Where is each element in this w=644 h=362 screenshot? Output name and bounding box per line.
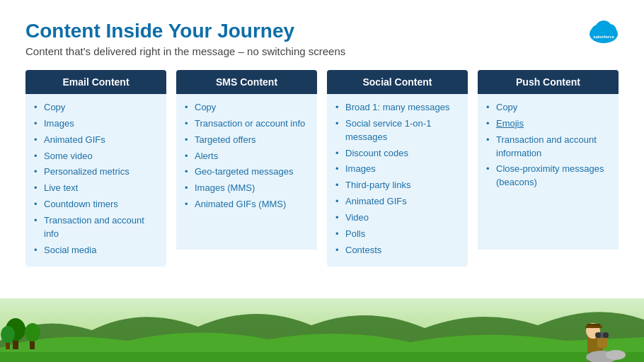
social-body: Broad 1: many messages Social service 1-… bbox=[327, 94, 468, 267]
column-email: Email Content Copy Images Animated GIFs … bbox=[25, 70, 166, 267]
email-header: Email Content bbox=[25, 70, 166, 94]
list-item: Live text bbox=[34, 182, 159, 195]
landscape-illustration bbox=[0, 298, 644, 362]
list-item: Images bbox=[335, 163, 461, 176]
list-item: Emojis bbox=[486, 117, 611, 131]
list-item: Animated GIFs bbox=[34, 134, 159, 147]
list-item: Animated GIFs bbox=[335, 195, 461, 209]
svg-point-10 bbox=[25, 323, 40, 341]
svg-point-12 bbox=[1, 326, 15, 343]
svg-text:salesforce: salesforce bbox=[593, 35, 614, 39]
list-item: Alerts bbox=[185, 150, 310, 163]
list-item: Copy bbox=[185, 101, 310, 115]
email-list: Copy Images Animated GIFs Some video Per… bbox=[34, 101, 159, 257]
push-header: Push Content bbox=[478, 70, 619, 94]
svg-point-19 bbox=[595, 332, 601, 338]
list-item: Video bbox=[335, 211, 461, 225]
list-item: Social media bbox=[34, 244, 159, 257]
sms-body: Copy Transaction or account info Targete… bbox=[176, 94, 317, 250]
list-item: Copy bbox=[34, 101, 159, 115]
sms-header: SMS Content bbox=[176, 70, 317, 94]
social-header: Social Content bbox=[327, 70, 468, 94]
list-item: Targeted offers bbox=[185, 134, 310, 147]
social-list: Broad 1: many messages Social service 1-… bbox=[335, 101, 461, 257]
column-push: Push Content Copy Emojis Transaction and… bbox=[478, 70, 619, 267]
list-item: Transaction or account info bbox=[185, 117, 310, 131]
list-item: Transaction and account info bbox=[34, 214, 159, 241]
content-columns: Email Content Copy Images Animated GIFs … bbox=[25, 70, 619, 267]
list-item: Contests bbox=[335, 244, 461, 257]
list-item: Broad 1: many messages bbox=[335, 101, 461, 115]
svg-rect-6 bbox=[0, 352, 644, 362]
svg-point-20 bbox=[603, 332, 609, 338]
list-item: Images (MMS) bbox=[185, 182, 310, 195]
list-item: Animated GIFs (MMS) bbox=[185, 198, 310, 211]
column-social: Social Content Broad 1: many messages So… bbox=[327, 70, 468, 267]
list-item: Copy bbox=[486, 101, 611, 115]
email-body: Copy Images Animated GIFs Some video Per… bbox=[25, 94, 166, 267]
push-body: Copy Emojis Transaction and account info… bbox=[478, 94, 619, 250]
page-subtitle: Content that's delivered right in the me… bbox=[25, 45, 619, 57]
svg-point-26 bbox=[606, 350, 626, 360]
list-item: Social service 1-on-1 messages bbox=[335, 117, 461, 144]
list-item: Countdown timers bbox=[34, 198, 159, 211]
list-item: Some video bbox=[34, 150, 159, 163]
list-item: Geo-targeted messages bbox=[185, 165, 310, 179]
salesforce-logo: salesforce bbox=[587, 16, 620, 51]
list-item: Polls bbox=[335, 228, 461, 241]
push-list: Copy Emojis Transaction and account info… bbox=[486, 101, 611, 189]
svg-rect-17 bbox=[585, 326, 602, 328]
column-sms: SMS Content Copy Transaction or account … bbox=[176, 70, 317, 267]
list-item: Discount codes bbox=[335, 147, 461, 160]
slide-container: salesforce Content Inside Your Journey C… bbox=[0, 0, 644, 362]
list-item: Images bbox=[34, 117, 159, 131]
sms-list: Copy Transaction or account info Targete… bbox=[185, 101, 310, 211]
list-item: Close-proximity messages (beacons) bbox=[486, 163, 611, 189]
list-item: Transaction and account information bbox=[486, 134, 611, 160]
page-title: Content Inside Your Journey bbox=[25, 20, 619, 42]
list-item: Third-party links bbox=[335, 179, 461, 192]
list-item: Personalized metrics bbox=[34, 165, 159, 179]
